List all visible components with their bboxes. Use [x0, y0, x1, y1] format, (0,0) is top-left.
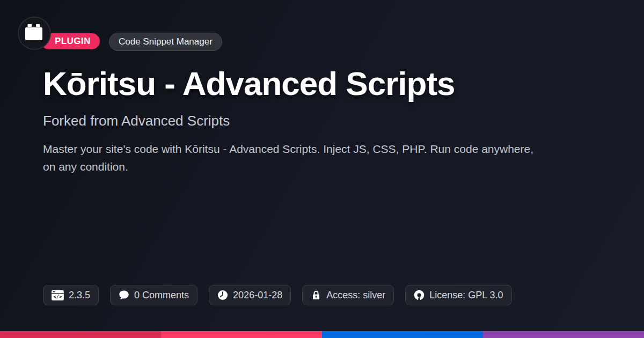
plugin-logo — [18, 17, 51, 50]
license-label: License: GPL 3.0 — [429, 290, 503, 301]
footer-color-bar — [0, 331, 644, 338]
footer-segment-blue — [322, 331, 483, 338]
svg-text:</>: </> — [53, 294, 62, 299]
version-label: 2.3.5 — [69, 290, 90, 301]
page-subtitle: Forked from Advanced Scripts — [43, 112, 230, 129]
footer-segment-pink — [161, 331, 322, 338]
date-label: 2026-01-28 — [233, 290, 282, 301]
version-badge: </> 2.3.5 — [43, 285, 99, 305]
meta-badge-row: </> 2.3.5 0 Comments 2026-01-28 — [43, 285, 512, 305]
category-label: Code Snippet Manager — [119, 36, 213, 47]
category-badge: Code Snippet Manager — [109, 33, 222, 51]
access-badge: Access: silver — [302, 285, 394, 305]
plugin-brick-icon — [25, 24, 44, 42]
access-label: Access: silver — [326, 290, 385, 301]
footer-segment-crimson — [0, 331, 161, 338]
osi-license-icon — [414, 290, 425, 300]
license-badge: License: GPL 3.0 — [405, 285, 511, 305]
code-window-icon: </> — [52, 290, 64, 300]
lock-icon — [311, 290, 321, 300]
date-badge: 2026-01-28 — [209, 285, 291, 305]
comment-icon — [119, 290, 129, 300]
footer-segment-purple — [483, 331, 644, 338]
plugin-social-card: PLUGIN Code Snippet Manager Kōritsu - Ad… — [0, 0, 644, 338]
plugin-type-label: PLUGIN — [55, 36, 91, 46]
comments-label: 0 Comments — [134, 290, 189, 301]
page-description: Master your site's code with Kōritsu - A… — [43, 140, 539, 175]
page-title: Kōritsu - Advanced Scripts — [43, 67, 455, 101]
clock-icon — [217, 290, 228, 300]
comments-badge: 0 Comments — [110, 285, 197, 305]
